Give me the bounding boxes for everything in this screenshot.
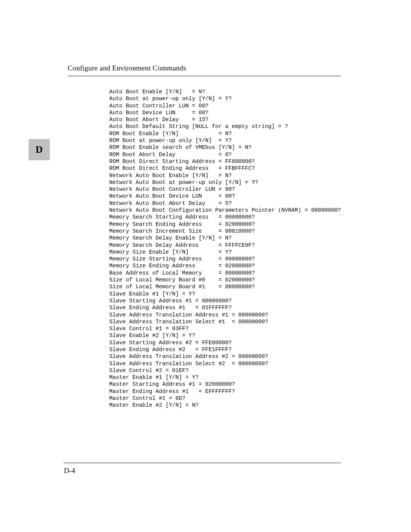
- appendix-tab: D: [29, 139, 50, 160]
- header-rule: [68, 76, 341, 76]
- page-number: D-4: [64, 466, 75, 475]
- footer-rule: [64, 463, 341, 463]
- configuration-listing: Auto Boot Enable [Y/N] = N? Auto Boot at…: [109, 88, 341, 409]
- page-header-title: Configure and Environment Commands: [68, 64, 186, 72]
- page: Configure and Environment Commands D Aut…: [0, 0, 411, 532]
